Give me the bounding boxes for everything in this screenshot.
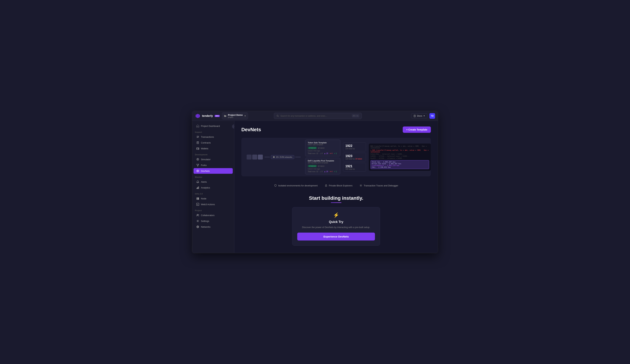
svg-point-29 (198, 199, 199, 200)
arrow-line-2 (295, 157, 300, 157)
search-input-display[interactable]: Search for any transaction or address, a… (274, 113, 362, 119)
alerts-icon (196, 180, 199, 183)
docs-button[interactable]: Docs ▼ (411, 113, 427, 118)
rc-label-1: 234 total txs (346, 148, 364, 150)
logo-text: tenderly (202, 114, 213, 117)
feature-isolated: Isolated environments for development (274, 184, 318, 187)
trace-line-1: DAI.transfer(from=my wallet, to = abc, v… (370, 145, 429, 149)
cube-2 (252, 155, 257, 159)
sidebar-item-wallets[interactable]: Wallets (194, 146, 233, 151)
rc-failed: 34 failed (355, 158, 362, 160)
docs-dropdown-icon: ▼ (423, 115, 425, 117)
result-card-2: 1923 120 total txs 34 failed (343, 153, 366, 161)
svg-point-33 (198, 221, 198, 222)
docs-icon (414, 115, 416, 117)
sidebar-item-collaborators[interactable]: Collaborators (194, 212, 233, 218)
sidebar-section-monitor: Monitor (192, 174, 234, 179)
sidebar-item-node[interactable]: Node (194, 196, 233, 201)
experience-devnets-button[interactable]: Experience DevNets (297, 233, 375, 241)
hc-badge-mainnet-2: ● Mainnet (308, 165, 317, 167)
forks-icon (196, 164, 199, 167)
hc-sub-2: defi-liquidity-pool-template (308, 162, 338, 164)
hc-meta-2: Used 3 min ago (308, 168, 338, 170)
home-icon (196, 125, 199, 127)
sidebar-label-forks: Forks (201, 164, 207, 167)
cube-1 (246, 155, 252, 159)
feature-isolated-label: Isolated environments for development (278, 184, 318, 187)
sidebar-item-contracts[interactable]: Contracts (194, 140, 233, 145)
feature-private-label: Private Block Explorers (329, 184, 352, 187)
svg-rect-21 (197, 188, 197, 189)
rc-label-2: 120 total txs 34 failed (346, 158, 364, 160)
hc-meta-1: Used 3 min ago (308, 150, 338, 152)
sidebar-item-project-dashboard[interactable]: Project Dashboard (194, 123, 233, 129)
quick-try-description: Discover the power of DevNets by interac… (302, 226, 370, 229)
sidebar-label-web3-actions: Web3 Actions (201, 203, 215, 206)
svg-point-39 (360, 185, 362, 186)
simulator-icon (196, 158, 199, 161)
content-header: DevNets + Create Template (241, 126, 431, 133)
sidebar-item-transactions[interactable]: Transactions (194, 134, 233, 140)
search-placeholder: Search for any transaction or address, a… (280, 115, 327, 117)
node-icon (196, 197, 199, 200)
cube-3 (258, 155, 263, 159)
sidebar-section-development: Development (192, 151, 234, 156)
sidebar-item-settings[interactable]: Settings (194, 218, 233, 224)
project-selector[interactable]: Project Demo project ▼ (222, 112, 248, 119)
project-folder-icon (224, 114, 226, 117)
features-bar: Isolated environments for development Pr… (241, 181, 431, 190)
sidebar-item-forks[interactable]: Forks (194, 162, 233, 168)
svg-point-28 (198, 199, 199, 199)
sidebar-label-transactions: Transactions (201, 136, 214, 138)
sidebar-label-wallets: Wallets (201, 147, 208, 150)
svg-rect-11 (196, 148, 199, 149)
sidebar-label-networks: Networks (201, 226, 210, 228)
svg-point-3 (277, 115, 278, 116)
hero-left: 20+ EVM networks (241, 155, 302, 159)
hc-stats-2: Total runs: 32 ◇ 0▲ 28✕ 4✓ 1 (308, 171, 338, 173)
quick-try-title: Quick Try (329, 220, 343, 224)
sidebar-item-devnets[interactable]: DevNets (194, 168, 233, 174)
shield-icon (274, 184, 277, 187)
evm-icon (273, 156, 275, 158)
settings-icon (196, 220, 199, 222)
svg-point-32 (198, 214, 199, 215)
sidebar-section-project: Project (192, 207, 234, 212)
cta-divider (331, 202, 341, 203)
feature-traces-label: Transaction Traces and Debugger (364, 184, 398, 187)
hero-card-2: DeFi Liquidity Pool Template defi-liquid… (305, 158, 340, 174)
avatar[interactable]: TD (430, 113, 435, 119)
sidebar: ‹ Project Dashboard Inspect Transactions (192, 121, 234, 253)
hero-card-1: Token Sale Template token-sale-template … (305, 140, 340, 156)
svg-marker-19 (197, 170, 199, 172)
sidebar-item-simulator[interactable]: Simulator (194, 157, 233, 162)
hc-stats-1: Total runs: 32 ◇ 0▲ 28✕ 4✓ 1 (308, 152, 338, 154)
sidebar-item-web3-actions[interactable]: Web3 Actions (194, 202, 233, 207)
sidebar-item-analytics[interactable]: Analytics (194, 185, 233, 190)
create-template-button[interactable]: + Create Template (403, 126, 431, 133)
sidebar-label-contracts: Contracts (201, 141, 211, 144)
arrow-line (264, 157, 270, 157)
svg-point-27 (198, 198, 199, 198)
sidebar-item-alerts[interactable]: Alerts (194, 179, 233, 185)
hc-version-1: @ latest (318, 147, 324, 149)
sidebar-label-alerts: Alerts (201, 181, 207, 183)
main-content: DevNets + Create Template (234, 121, 438, 253)
cta-title: Start building instantly. (241, 195, 431, 201)
trace-gas-box: Total Gas · 2,483,347 Gas Actual Gas Use… (370, 160, 429, 169)
feature-private-explorers: Private Block Explorers (325, 184, 352, 187)
trace-line-2: ✕ DAI.transfer(from=my wallet, to = abc,… (370, 149, 429, 153)
svg-rect-38 (325, 185, 327, 187)
search-bar: Search for any transaction or address, a… (274, 113, 362, 119)
wallets-icon (196, 147, 199, 150)
hero-trace-panel: DAI.transfer(from=my wallet, to = abc, v… (369, 144, 431, 171)
web3-actions-icon (196, 203, 199, 206)
rc-num-3: 1921 (346, 164, 364, 168)
rc-num-1: 1922 (346, 144, 364, 148)
project-sub: project (228, 116, 243, 118)
hero-cards: Token Sale Template token-sale-template … (305, 140, 340, 174)
hc-title-1: Token Sale Template (308, 142, 338, 144)
sidebar-item-networks[interactable]: Networks (194, 224, 233, 230)
topbar-right: Docs ▼ TD (411, 113, 435, 119)
project-info: Project Demo project (228, 114, 243, 118)
